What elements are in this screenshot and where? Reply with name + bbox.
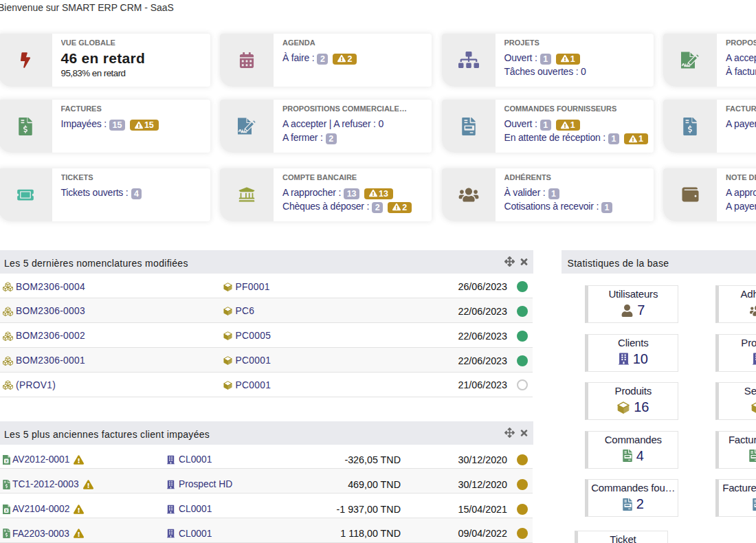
svg-text:x: x [5, 458, 8, 463]
svg-text:x: x [5, 508, 8, 513]
